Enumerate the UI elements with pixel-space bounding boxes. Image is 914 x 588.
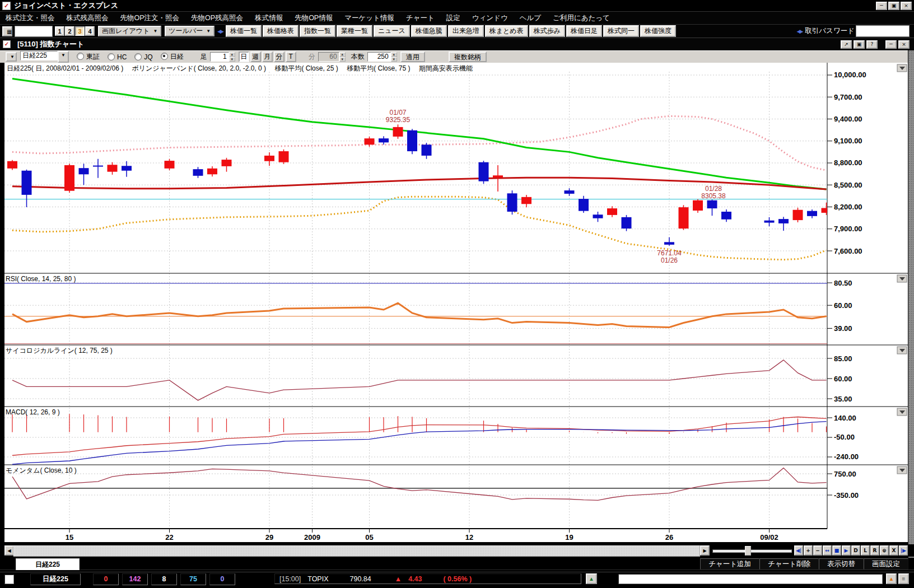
radio-icon[interactable] [77,53,84,60]
menu-item-1[interactable]: 株式残高照会 [67,13,109,23]
layout-grid-icon[interactable]: ▦ [2,26,12,36]
quick-button-7[interactable]: 株まとめ表 [485,25,528,37]
ashi-stepper[interactable]: 1 ▲▼ [210,52,235,62]
menu-item-11[interactable]: ご利用にあたって [553,13,610,23]
quick-button-5[interactable]: 株価急騰 [411,25,447,37]
preset-button-1[interactable]: 1 [55,26,64,36]
close-button[interactable]: × [898,40,910,49]
svg-text:39.00: 39.00 [834,324,852,333]
collapse-arrows-icon[interactable]: ◀▶ [796,29,802,34]
quick-button-10[interactable]: 株式同一 [603,25,639,37]
toolbar-input[interactable] [15,26,53,37]
chart-button-2[interactable]: 表示切替 [819,558,864,570]
scroll-tool-3[interactable]: ↔ [823,545,832,556]
window-right-scrollbar[interactable] [908,50,914,569]
quick-button-9[interactable]: 株価日足 [566,25,602,37]
svg-text:12: 12 [465,533,473,542]
restore-button[interactable]: ▣ [888,2,899,10]
period-button-分[interactable]: 分 [274,52,285,62]
quick-button-6[interactable]: 出来急増 [448,25,484,37]
quick-button-8[interactable]: 株式歩み [529,25,565,37]
period-button-週[interactable]: 週 [250,52,261,62]
scroll-tool-11[interactable]: |▶ [899,545,908,556]
quick-button-4[interactable]: ニュース [374,25,410,37]
scroll-tool-10[interactable]: X [889,545,898,556]
menu-item-10[interactable]: ヘルプ [520,13,541,23]
scroll-tool-5[interactable]: ▶ [842,545,851,556]
popout-button[interactable]: ↗ [841,40,852,49]
scroll-tool-2[interactable]: − [813,545,822,556]
tab-nikkei225[interactable]: 日経225 [16,558,80,570]
status-input[interactable] [618,574,883,584]
preset-button-4[interactable]: 4 [85,26,95,36]
market-radio-HC[interactable]: HC [108,53,127,61]
scroll-left-icon[interactable]: ◀ [4,545,14,556]
spinner-icon[interactable]: ▲▼ [229,52,235,62]
toolbar-dropdown-button[interactable]: ツールバー ▼ [165,26,214,36]
menu-item-0[interactable]: 株式注文・照会 [6,13,55,23]
close-button[interactable]: × [901,2,912,10]
symbol-list-dropdown-icon[interactable]: ▼ [6,52,17,62]
market-radio-東証[interactable]: 東証 [77,52,100,62]
menu-item-2[interactable]: 先物OP注文・照会 [120,13,180,23]
apply-button[interactable]: 適用 [400,52,425,62]
menu-item-3[interactable]: 先物OP残高照会 [191,13,243,23]
scroll-tool-6[interactable]: D [851,545,860,556]
market-label: 東証 [86,53,100,60]
collapse-arrows-icon[interactable]: ◀▶ [217,29,223,34]
zoom-slider-handle[interactable] [745,546,751,556]
spinner-icon[interactable]: ▲▼ [391,52,397,62]
screen-layout-button[interactable]: 画面レイアウト ▼ [98,26,161,36]
chevron-down-icon[interactable]: ▼ [58,51,69,63]
minimize-button[interactable]: ─ [876,2,887,10]
preset-button-3[interactable]: 3 [75,26,85,36]
list-icon[interactable]: ≡ [898,573,909,584]
symbol-combo[interactable]: 日経225 ▼ [20,51,69,63]
symbol-combo-value[interactable]: 日経225 [20,51,58,60]
expand-up-icon[interactable]: ▲ [586,573,597,584]
menu-item-7[interactable]: チャート [406,13,435,23]
scrollbar-thumb[interactable] [13,545,700,557]
radio-icon[interactable] [134,53,142,60]
scroll-tool-7[interactable]: L [861,545,870,556]
chart-button-1[interactable]: チャート削除 [759,558,819,570]
ashi-value[interactable]: 1 [210,52,229,62]
quick-button-3[interactable]: 業種一覧 [337,25,372,37]
help-button[interactable]: ? [866,40,878,49]
radio-icon[interactable] [108,53,115,60]
scroll-right-icon[interactable]: ▶ [700,545,710,556]
zoom-slider[interactable] [712,549,792,553]
quick-button-0[interactable]: 株価一覧 [226,25,262,37]
period-button-日[interactable]: 日 [239,52,249,62]
chart-button-0[interactable]: チャート追加 [700,558,759,570]
scroll-tool-8[interactable]: R [870,545,879,556]
radio-icon[interactable] [161,53,168,60]
trade-password-input[interactable] [856,25,910,37]
market-radio-日経[interactable]: 日経 [161,52,184,62]
scroll-tool-9[interactable]: ⊕ [880,545,889,556]
scroll-tool-0[interactable]: ◀| [794,545,803,556]
market-radio-JQ[interactable]: JQ [134,53,152,61]
menu-item-4[interactable]: 株式情報 [255,13,283,23]
scroll-up-icon[interactable]: ▲ [886,573,897,584]
scroll-tool-4[interactable]: ■ [832,545,841,556]
menu-item-5[interactable]: 先物OP情報 [295,13,333,23]
menu-item-6[interactable]: マーケット情報 [344,13,394,23]
quick-button-11[interactable]: 株価強度 [640,25,676,37]
scroll-tool-1[interactable]: + [804,545,813,556]
preset-button-2[interactable]: 2 [65,26,74,36]
price-chart[interactable]: 15222920090512192609/0210,000.009,700.00… [0,63,908,543]
bars-stepper[interactable]: 250 ▲▼ [367,52,397,62]
minimize-button[interactable]: ─ [885,40,897,49]
menu-item-8[interactable]: 設定 [446,13,460,23]
quick-button-2[interactable]: 指数一覧 [300,25,335,37]
bars-value[interactable]: 250 [367,52,391,62]
multi-symbol-button[interactable]: 複数銘柄 [449,52,487,62]
menu-item-9[interactable]: ウィンドウ [472,13,508,23]
quick-button-1[interactable]: 株価格表 [263,25,299,37]
copy-button[interactable]: ▣ [854,40,865,49]
svg-text:2009: 2009 [304,533,320,542]
chart-button-3[interactable]: 画面設定 [864,558,908,570]
period-button-T[interactable]: T [286,52,296,62]
period-button-月[interactable]: 月 [262,52,273,62]
